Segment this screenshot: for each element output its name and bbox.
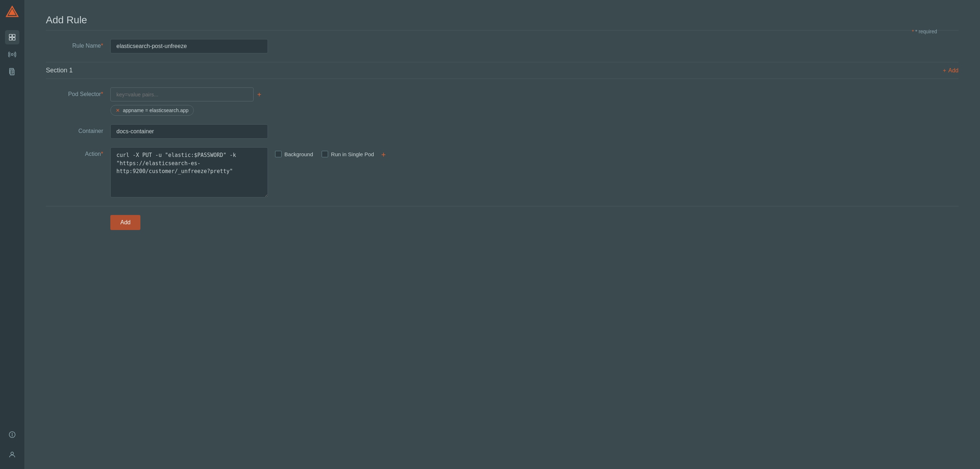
sidebar-item-documents[interactable] xyxy=(5,64,19,79)
pod-selector-row: Pod Selector* + ✕ appname = elasticsearc… xyxy=(46,88,959,116)
svg-rect-5 xyxy=(13,38,15,40)
svg-point-6 xyxy=(11,53,13,56)
section-bottom: Add xyxy=(46,206,959,230)
container-label: Container xyxy=(46,124,103,134)
svg-rect-4 xyxy=(9,38,12,40)
sidebar-bottom xyxy=(5,426,19,463)
pod-selector-container: + xyxy=(110,88,261,101)
sidebar-item-dashboard[interactable] xyxy=(5,30,19,45)
pod-selector-add-button[interactable]: + xyxy=(257,91,261,98)
sidebar-item-info[interactable] xyxy=(5,428,19,442)
run-single-pod-checkbox-item[interactable]: Run in Single Pod xyxy=(321,151,374,157)
svg-point-12 xyxy=(11,452,13,455)
required-note: * * required xyxy=(912,29,937,34)
rule-name-input[interactable] xyxy=(110,39,268,53)
action-asterisk: * xyxy=(101,151,103,157)
rule-name-row: Rule Name* xyxy=(46,39,959,53)
pod-tag: ✕ appname = elasticsearch.app xyxy=(110,105,194,116)
background-checkbox-item[interactable]: Background xyxy=(275,151,313,157)
section-title: Section 1 xyxy=(46,67,73,74)
section-add-plus: + xyxy=(943,67,946,74)
sidebar-item-user[interactable] xyxy=(5,448,19,462)
pod-selector-field: + ✕ appname = elasticsearch.app xyxy=(110,88,261,116)
pod-tag-container: ✕ appname = elasticsearch.app xyxy=(110,105,261,116)
background-label: Background xyxy=(285,151,313,157)
pod-selector-label: Pod Selector* xyxy=(46,88,103,97)
sidebar xyxy=(0,0,24,469)
rule-name-asterisk: * xyxy=(101,43,103,49)
section-add-button[interactable]: + Add xyxy=(943,67,959,74)
background-checkbox[interactable] xyxy=(275,151,282,157)
action-content: curl -X PUT -u "elastic:$PASSWORD" -k "h… xyxy=(110,147,386,198)
svg-rect-3 xyxy=(13,34,15,37)
run-single-pod-label: Run in Single Pod xyxy=(331,151,374,157)
action-extras: Background Run in Single Pod xyxy=(275,147,374,157)
title-divider xyxy=(46,30,959,30)
form-container: Add Rule * * required Rule Name* Section… xyxy=(46,14,959,230)
add-button[interactable]: Add xyxy=(110,215,140,230)
run-single-pod-checkbox[interactable] xyxy=(321,151,328,157)
required-asterisk: * xyxy=(912,29,914,34)
main-content: Add Rule * * required Rule Name* Section… xyxy=(24,0,980,469)
pod-tag-value: appname = elasticsearch.app xyxy=(123,107,188,113)
rule-name-label: Rule Name* xyxy=(46,39,103,49)
section-1-header: Section 1 + Add xyxy=(46,62,959,79)
page-title: Add Rule xyxy=(46,14,959,26)
pod-selector-asterisk: * xyxy=(101,91,103,97)
pod-selector-input[interactable] xyxy=(110,88,254,101)
section-add-label: Add xyxy=(948,67,959,74)
action-label: Action* xyxy=(46,147,103,157)
container-input[interactable] xyxy=(110,124,268,139)
sidebar-item-broadcast[interactable] xyxy=(5,47,19,62)
action-textarea[interactable]: curl -X PUT -u "elastic:$PASSWORD" -k "h… xyxy=(110,147,268,198)
action-plus-button[interactable]: + xyxy=(381,147,386,160)
container-row: Container xyxy=(46,124,959,139)
app-logo[interactable] xyxy=(6,6,19,19)
pod-tag-remove[interactable]: ✕ xyxy=(116,108,120,113)
action-row: Action* curl -X PUT -u "elastic:$PASSWOR… xyxy=(46,147,959,198)
svg-rect-2 xyxy=(9,34,12,37)
